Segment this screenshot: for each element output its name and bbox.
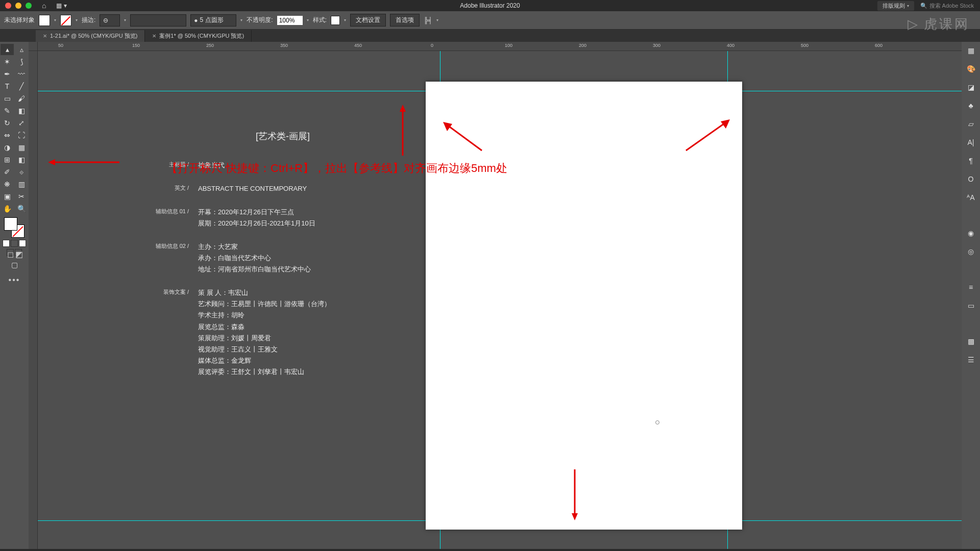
close-icon[interactable]: ✕ [43, 33, 47, 39]
horizontal-ruler[interactable]: 50 150 250 350 450 0 100 200 300 400 500… [38, 42, 962, 51]
character-panel-icon[interactable]: A| [965, 137, 976, 148]
chevron-down-icon[interactable]: ▾ [76, 18, 78, 22]
svg-line-6 [686, 122, 726, 151]
profile-dropdown[interactable] [130, 14, 186, 27]
free-transform-tool[interactable]: ⛶ [15, 130, 28, 141]
graphic-styles-panel-icon[interactable]: ◎ [965, 246, 976, 257]
color-panel-icon[interactable]: 🎨 [965, 63, 976, 74]
properties-panel-icon[interactable]: ▦ [965, 45, 976, 56]
layout-rules-dropdown[interactable]: 排版规则 ▾ [877, 1, 914, 11]
fill-swatch[interactable] [39, 15, 50, 26]
chevron-down-icon[interactable]: ▾ [54, 18, 56, 22]
document-setup-button[interactable]: 文档设置 [350, 14, 386, 27]
scale-tool[interactable]: ⤢ [15, 117, 28, 129]
opentype-panel-icon[interactable]: O [965, 173, 976, 185]
fill-color[interactable] [4, 217, 17, 231]
none-mode-icon[interactable] [19, 240, 26, 247]
curvature-tool[interactable]: 〰 [15, 68, 28, 80]
panel-dock: ▦ 🎨 ◪ ♣ ▱ A| ¶ O ᴬA ◉ ◎ ≡ ▭ ▩ ☰ [962, 42, 980, 549]
hand-tool[interactable]: ✋ [1, 203, 14, 214]
paragraph-panel-icon[interactable]: ¶ [965, 155, 976, 166]
chevron-down-icon[interactable]: ▾ [307, 18, 309, 22]
maximize-window-button[interactable] [26, 3, 32, 9]
opacity-input[interactable]: 100% [277, 16, 303, 25]
perspective-tool[interactable]: ▦ [15, 142, 28, 153]
layers-panel-icon[interactable]: ☰ [965, 354, 976, 365]
svg-marker-5 [443, 122, 452, 131]
width-tool[interactable]: ⇔ [1, 130, 14, 141]
edit-toolbar-icon[interactable]: ••• [9, 276, 20, 285]
symbol-sprayer-tool[interactable]: ❋ [1, 179, 14, 190]
screen-mode-icon[interactable]: ▢ [8, 259, 21, 270]
close-icon[interactable]: ✕ [152, 33, 156, 39]
eraser-tool[interactable]: ◧ [15, 105, 28, 116]
arrange-docs-icon[interactable]: ▦ ▾ [56, 2, 66, 9]
ruler-origin[interactable] [29, 42, 38, 51]
selection-tool[interactable]: ▴ [1, 44, 14, 55]
stroke-swatch[interactable] [60, 15, 71, 26]
align-icon[interactable]: ╠╡ [424, 17, 432, 24]
rectangle-tool[interactable]: ▭ [1, 93, 14, 104]
brush-dropdown[interactable]: ●5 点圆形 [190, 14, 236, 27]
line-tool[interactable]: ╱ [15, 81, 28, 92]
close-window-button[interactable] [5, 3, 11, 9]
lasso-tool[interactable]: ⟆ [15, 56, 28, 67]
home-icon[interactable]: ⌂ [42, 2, 46, 10]
symbols-panel-icon[interactable]: ♣ [965, 100, 976, 111]
glyphs-panel-icon[interactable]: ᴬA [965, 192, 976, 203]
blend-tool[interactable]: ⟐ [15, 166, 28, 178]
row-content: 开幕：2020年12月26日下午三点展期：2020年12月26日-2021年1月… [198, 207, 421, 229]
fill-stroke-proxy[interactable] [4, 217, 24, 238]
stroke-weight-field[interactable]: ⊖ [100, 14, 120, 27]
gradient-mode-icon[interactable] [11, 240, 18, 247]
row-content: ABSTRACT THE CONTEMPORARY [198, 183, 421, 194]
document-tab[interactable]: ✕ 1-21.ai* @ 50% (CMYK/GPU 预览) [36, 30, 145, 42]
chevron-down-icon[interactable]: ▾ [436, 18, 438, 22]
adobe-stock-search[interactable]: 🔍 搜索 Adobe Stock [920, 2, 974, 10]
gradient-tool[interactable]: ◧ [15, 154, 28, 165]
canvas-inner[interactable]: [艺术类-画展] 主标题 /抽象当代英文 /ABSTRACT THE CONTE… [38, 51, 962, 549]
stroke-panel-icon[interactable]: ▱ [965, 118, 976, 130]
magic-wand-tool[interactable]: ✶ [1, 56, 14, 67]
pathfinder-panel-icon[interactable]: ▩ [965, 336, 976, 347]
paintbrush-tool[interactable]: 🖌 [15, 93, 28, 104]
direct-selection-tool[interactable]: ▵ [15, 44, 28, 55]
row-label: 装饰文案 / [145, 287, 189, 378]
shape-builder-tool[interactable]: ◑ [1, 142, 14, 153]
style-swatch[interactable] [331, 16, 340, 25]
svg-marker-9 [572, 513, 578, 520]
appearance-panel-icon[interactable]: ◉ [965, 228, 976, 239]
row-label: 英文 / [145, 183, 189, 194]
pen-tool[interactable]: ✒ [1, 68, 14, 80]
preferences-button[interactable]: 首选项 [390, 14, 420, 27]
swatches-panel-icon[interactable]: ◪ [965, 82, 976, 93]
document-tab[interactable]: ✕ 案例1* @ 50% (CMYK/GPU 预览) [145, 30, 252, 42]
text-row: 英文 /ABSTRACT THE CONTEMPORARY [145, 183, 421, 194]
eyedropper-tool[interactable]: ✐ [1, 166, 14, 178]
rotate-tool[interactable]: ↻ [1, 117, 14, 129]
chevron-down-icon[interactable]: ▾ [344, 18, 346, 22]
draw-normal-icon[interactable]: ◻ [7, 249, 14, 256]
minimize-window-button[interactable] [15, 3, 21, 9]
text-row: 主标题 /抽象当代 [145, 160, 421, 171]
chevron-down-icon[interactable]: ▾ [124, 18, 126, 22]
transform-panel-icon[interactable]: ▭ [965, 300, 976, 311]
main-area: ▴ ▵ ✶ ⟆ ✒ 〰 T ╱ ▭ 🖌 ✎ ◧ ↻ ⤢ ⇔ ⛶ ◑ ▦ ⊞ ◧ … [0, 42, 980, 549]
chevron-down-icon[interactable]: ▾ [240, 18, 242, 22]
ruler-tick: 50 [58, 43, 63, 48]
type-tool[interactable]: T [1, 81, 14, 92]
canvas-area[interactable]: 50 150 250 350 450 0 100 200 300 400 500… [29, 42, 962, 549]
mesh-tool[interactable]: ⊞ [1, 154, 14, 165]
vertical-ruler[interactable] [29, 51, 38, 549]
artboard-tool[interactable]: ▣ [1, 191, 14, 202]
tab-label: 案例1* @ 50% (CMYK/GPU 预览) [159, 32, 244, 40]
graph-tool[interactable]: ▥ [15, 179, 28, 190]
shaper-tool[interactable]: ✎ [1, 105, 14, 116]
align-panel-icon[interactable]: ≡ [965, 282, 976, 293]
ruler-tick: 250 [206, 43, 214, 48]
arrow-left-icon [48, 155, 119, 170]
slice-tool[interactable]: ✂ [15, 191, 28, 202]
zoom-tool[interactable]: 🔍 [15, 203, 28, 214]
draw-behind-icon[interactable]: ◩ [15, 249, 22, 256]
color-mode-icon[interactable] [3, 240, 10, 247]
